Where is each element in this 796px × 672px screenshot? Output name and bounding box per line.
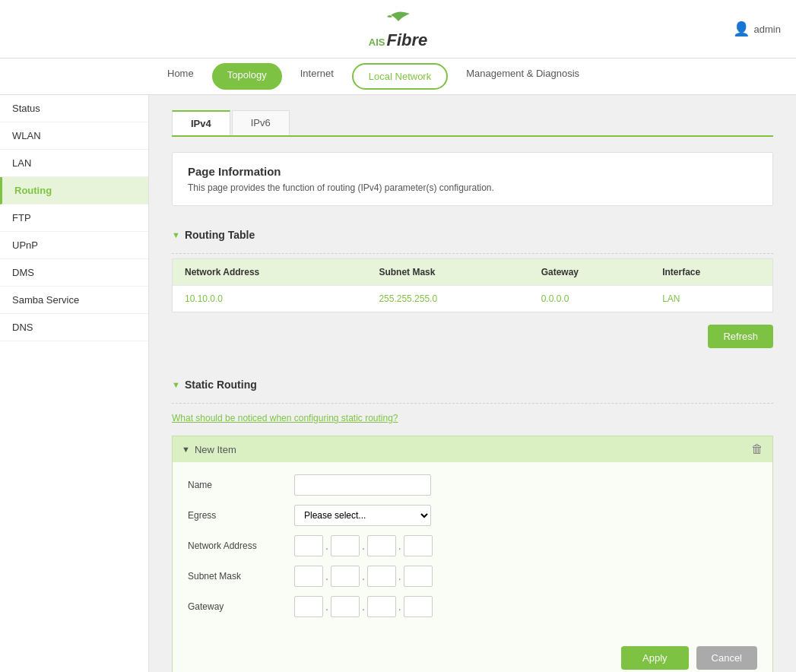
static-routing-arrow-icon: ▼: [172, 380, 180, 389]
cell-gateway: 0.0.0.0: [529, 286, 651, 312]
dot6: .: [398, 570, 402, 582]
static-routing-notice-link[interactable]: What should be noticed when configuring …: [172, 408, 398, 428]
col-network-address: Network Address: [173, 259, 366, 286]
form-row-subnet-mask: Subnet Mask . . .: [188, 566, 757, 587]
dot1: .: [325, 540, 329, 552]
dot5: .: [361, 570, 366, 582]
header: AIS Fibre 👤 admin: [0, 0, 796, 59]
cell-interface: LAN: [650, 286, 772, 312]
network-address-ip-group: . . .: [294, 535, 433, 556]
name-input[interactable]: [294, 474, 431, 496]
dot7: .: [325, 601, 329, 613]
form-row-gateway: Gateway . . .: [188, 596, 757, 617]
sidebar-item-status[interactable]: Status: [0, 95, 148, 122]
nav-internet[interactable]: Internet: [285, 59, 349, 94]
egress-label: Egress: [188, 510, 294, 521]
sidebar-item-lan[interactable]: LAN: [0, 150, 148, 177]
nav-local-network[interactable]: Local Network: [352, 63, 448, 90]
refresh-button[interactable]: Refresh: [708, 325, 773, 348]
logo: AIS Fibre: [0, 8, 796, 50]
gateway-ip-group: . . .: [294, 596, 433, 617]
tab-ipv6[interactable]: IPv6: [232, 110, 290, 135]
new-item-arrow-icon: ▼: [182, 445, 190, 454]
tabs: IPv4 IPv6: [172, 110, 773, 137]
logo-ais-text: AIS: [369, 36, 385, 48]
main-content: IPv4 IPv6 Page Information This page pro…: [149, 95, 796, 672]
subnet-mask-oct2[interactable]: [331, 566, 360, 587]
static-routing-section: ▼ Static Routing What should be noticed …: [172, 371, 773, 672]
gateway-oct4[interactable]: [404, 596, 433, 617]
sidebar-item-ftp[interactable]: FTP: [0, 204, 148, 232]
network-address-label: Network Address: [188, 540, 294, 551]
cancel-button[interactable]: Cancel: [696, 646, 757, 670]
routing-table-title: Routing Table: [185, 229, 255, 241]
static-routing-toggle[interactable]: ▼ Static Routing: [172, 371, 773, 398]
new-item-header: ▼ New Item 🗑: [173, 436, 772, 462]
logo-bird-icon: [376, 8, 421, 30]
routing-table-section: ▼ Routing Table Network Address Subnet M…: [172, 221, 773, 348]
layout: Status WLAN LAN Routing FTP UPnP DMS Sam…: [0, 95, 796, 672]
col-subnet-mask: Subnet Mask: [366, 259, 528, 286]
network-address-oct2[interactable]: [331, 535, 360, 556]
subnet-mask-ip-group: . . .: [294, 566, 433, 587]
page-info-description: This page provides the function of routi…: [188, 182, 757, 193]
static-routing-title: Static Routing: [185, 379, 257, 391]
gateway-oct1[interactable]: [294, 596, 323, 617]
routing-table: Network Address Subnet Mask Gateway Inte…: [172, 258, 773, 312]
subnet-mask-oct4[interactable]: [404, 566, 433, 587]
tab-ipv4[interactable]: IPv4: [172, 110, 230, 135]
subnet-mask-label: Subnet Mask: [188, 571, 294, 582]
gateway-oct3[interactable]: [367, 596, 396, 617]
cell-subnet-mask: 255.255.255.0: [366, 286, 528, 312]
network-address-oct1[interactable]: [294, 535, 323, 556]
nav-home[interactable]: Home: [152, 59, 209, 94]
name-control: [294, 474, 431, 496]
dot3: .: [398, 540, 402, 552]
table-row: 10.10.0.0 255.255.255.0 0.0.0.0 LAN: [173, 286, 772, 312]
sidebar-item-dms[interactable]: DMS: [0, 259, 148, 287]
sidebar-item-routing[interactable]: Routing: [0, 177, 148, 204]
egress-select[interactable]: Please select...: [294, 505, 431, 526]
new-item-label: New Item: [195, 444, 236, 455]
form-row-egress: Egress Please select...: [188, 505, 757, 526]
new-item-header-left: ▼ New Item: [182, 444, 236, 455]
refresh-area: Refresh: [172, 319, 773, 348]
dot4: .: [325, 570, 329, 582]
egress-control: Please select...: [294, 505, 431, 526]
gateway-label: Gateway: [188, 601, 294, 612]
sidebar-item-dns[interactable]: DNS: [0, 314, 148, 341]
sidebar-item-samba[interactable]: Samba Service: [0, 287, 148, 314]
subnet-mask-oct1[interactable]: [294, 566, 323, 587]
dot9: .: [398, 601, 402, 613]
form-actions: Apply Cancel: [173, 639, 772, 672]
user-area: 👤 admin: [733, 21, 781, 37]
sidebar-item-upnp[interactable]: UPnP: [0, 232, 148, 259]
new-item-box: ▼ New Item 🗑 Name Egress: [172, 436, 773, 672]
nav-management[interactable]: Management & Diagnosis: [451, 59, 595, 94]
trash-icon[interactable]: 🗑: [751, 442, 763, 456]
apply-button[interactable]: Apply: [621, 646, 689, 670]
col-interface: Interface: [650, 259, 772, 286]
cell-network-address: 10.10.0.0: [173, 286, 366, 312]
sidebar-item-wlan[interactable]: WLAN: [0, 122, 148, 150]
gateway-oct2[interactable]: [331, 596, 360, 617]
nav-topology[interactable]: Topology: [212, 63, 282, 90]
subnet-mask-oct3[interactable]: [367, 566, 396, 587]
sidebar: Status WLAN LAN Routing FTP UPnP DMS Sam…: [0, 95, 149, 672]
new-item-form: Name Egress Please select...: [173, 462, 772, 639]
logo-fibre-text: Fibre: [386, 30, 427, 50]
form-row-network-address: Network Address . . .: [188, 535, 757, 556]
username: admin: [754, 24, 781, 35]
page-info: Page Information This page provides the …: [172, 152, 773, 206]
name-label: Name: [188, 480, 294, 490]
routing-table-toggle[interactable]: ▼ Routing Table: [172, 221, 773, 249]
main-nav: Home Topology Internet Local Network Man…: [0, 59, 796, 95]
form-row-name: Name: [188, 474, 757, 496]
dot2: .: [361, 540, 366, 552]
dot8: .: [361, 601, 366, 613]
page-info-title: Page Information: [188, 165, 757, 178]
col-gateway: Gateway: [529, 259, 651, 286]
user-icon: 👤: [733, 21, 750, 37]
network-address-oct4[interactable]: [404, 535, 433, 556]
network-address-oct3[interactable]: [367, 535, 396, 556]
